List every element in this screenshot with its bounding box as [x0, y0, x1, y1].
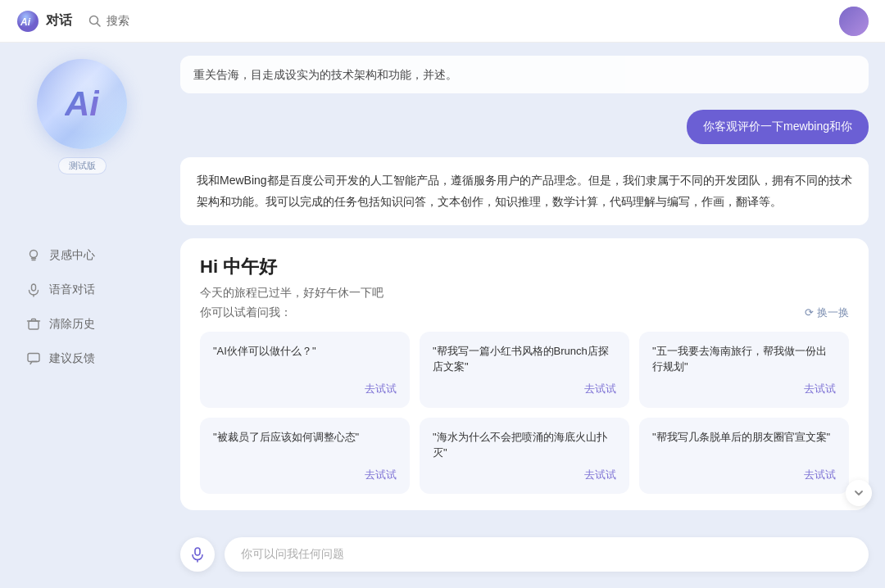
ai-avatar-container: Ai 测试版: [37, 59, 127, 174]
suggestion-text-5: "海水为什么不会把喷涌的海底火山扑灭": [433, 429, 616, 461]
user-bubble: 你客观评价一下mewbing和你: [687, 110, 869, 144]
mic-icon: [189, 546, 206, 563]
try-btn-5[interactable]: 去试试: [584, 468, 616, 482]
ai-avatar: Ai: [37, 59, 127, 149]
refresh-icon: ⟳: [805, 306, 814, 319]
greeting-card: Hi 中午好 今天的旅程已过半，好好午休一下吧 你可以试着问我： ⟳ 换一换 "…: [180, 238, 869, 510]
sidebar-inspiration-label: 灵感中心: [49, 248, 95, 263]
prev-message: 重关告海，目走成设实为的技术架构和功能，并述。: [180, 56, 869, 93]
main-layout: Ai 测试版 灵感中心 语音对话: [0, 43, 885, 588]
search-icon: [88, 15, 102, 28]
trash-icon: [26, 317, 41, 332]
svg-line-3: [98, 23, 101, 26]
user-avatar[interactable]: [839, 7, 869, 36]
suggestion-text-6: "帮我写几条脱单后的朋友圈官宣文案": [652, 429, 836, 461]
suggestion-card-2[interactable]: "帮我写一篇小红书风格的Brunch店探店文案" 去试试: [420, 332, 629, 408]
nav-title-text: 对话: [46, 12, 72, 29]
svg-point-4: [30, 251, 38, 258]
user-message-row: 你客观评价一下mewbing和你: [180, 110, 869, 144]
greeting-title: Hi 中午好: [200, 255, 849, 279]
top-nav: Ai 对话 搜索: [0, 0, 885, 43]
suggestion-card-5[interactable]: "海水为什么不会把喷涌的海底火山扑灭" 去试试: [420, 418, 629, 494]
suggestion-card-3[interactable]: "五一我要去海南旅行，帮我做一份出行规划" 去试试: [639, 332, 849, 408]
suggestion-text-1: "AI伙伴可以做什么？": [213, 343, 397, 375]
nav-logo[interactable]: Ai 对话: [16, 10, 72, 33]
sidebar-voice-label: 语音对话: [49, 283, 95, 297]
sidebar-item-clear[interactable]: 清除历史: [13, 309, 151, 340]
try-btn-1[interactable]: 去试试: [365, 382, 397, 396]
user-message-text: 你客观评价一下mewbing和你: [703, 120, 852, 133]
chevron-down-icon: [852, 486, 865, 500]
mic-button[interactable]: [180, 537, 215, 572]
suggestion-text-2: "帮我写一篇小红书风格的Brunch店探店文案": [433, 343, 616, 375]
sidebar-menu: 灵感中心 语音对话 清除历史: [0, 240, 164, 374]
suggestion-card-4[interactable]: "被裁员了后应该如何调整心态" 去试试: [200, 418, 410, 494]
prev-message-text: 重关告海，目走成设实为的技术架构和功能，并述。: [193, 68, 457, 81]
prompt-label-text: 你可以试着问我：: [200, 305, 292, 320]
greeting-subtitle: 今天的旅程已过半，好好午休一下吧: [200, 286, 849, 301]
messages-scroll: 重关告海，目走成设实为的技术架构和功能，并述。 你客观评价一下mewbing和你…: [164, 43, 885, 527]
sidebar-item-inspiration[interactable]: 灵感中心: [13, 240, 151, 271]
sidebar-feedback-label: 建议反馈: [49, 351, 95, 366]
svg-rect-9: [195, 548, 200, 555]
sidebar-clear-label: 清除历史: [49, 317, 95, 332]
suggestion-text-4: "被裁员了后应该如何调整心态": [213, 429, 397, 461]
suggestion-text-3: "五一我要去海南旅行，帮我做一份出行规划": [652, 343, 836, 375]
ai-logo-icon: Ai: [16, 10, 39, 33]
chat-input[interactable]: 你可以问我任何问题: [225, 537, 869, 572]
beta-badge: 测试版: [58, 157, 107, 174]
bulb-icon: [26, 248, 41, 263]
chat-container: 重关告海，目走成设实为的技术架构和功能，并述。 你客观评价一下mewbing和你…: [164, 43, 885, 588]
sidebar-item-voice[interactable]: 语音对话: [13, 274, 151, 305]
nav-search[interactable]: 搜索: [88, 14, 129, 29]
svg-rect-7: [29, 321, 39, 329]
greeting-prompt-row: 你可以试着问我： ⟳ 换一换: [200, 305, 849, 320]
avatar-image: [839, 7, 869, 36]
input-placeholder-text: 你可以问我任何问题: [241, 547, 344, 562]
search-label: 搜索: [107, 14, 129, 29]
sidebar: Ai 测试版 灵感中心 语音对话: [0, 43, 164, 588]
svg-rect-5: [32, 284, 36, 291]
scroll-down-button[interactable]: [846, 480, 872, 506]
sidebar-item-feedback[interactable]: 建议反馈: [13, 343, 151, 374]
refresh-label: 换一换: [817, 305, 849, 320]
input-area: 你可以问我任何问题: [164, 527, 885, 588]
try-btn-3[interactable]: 去试试: [804, 382, 836, 396]
ai-response-message: 我和MewBing都是百度公司开发的人工智能产品，遵循服务用户的产品理念。但是，…: [180, 157, 869, 224]
feedback-icon: [26, 351, 41, 366]
svg-rect-8: [28, 354, 39, 362]
svg-text:Ai: Ai: [20, 16, 31, 28]
suggestion-card-1[interactable]: "AI伙伴可以做什么？" 去试试: [200, 332, 410, 408]
try-btn-4[interactable]: 去试试: [365, 468, 397, 482]
voice-icon: [26, 283, 41, 297]
refresh-button[interactable]: ⟳ 换一换: [805, 305, 849, 320]
try-btn-6[interactable]: 去试试: [804, 468, 836, 482]
suggestions-grid: "AI伙伴可以做什么？" 去试试 "帮我写一篇小红书风格的Brunch店探店文案…: [200, 332, 849, 494]
ai-response-text: 我和MewBing都是百度公司开发的人工智能产品，遵循服务用户的产品理念。但是，…: [197, 174, 852, 207]
try-btn-2[interactable]: 去试试: [584, 382, 616, 396]
ai-avatar-text: Ai: [65, 84, 99, 124]
suggestion-card-6[interactable]: "帮我写几条脱单后的朋友圈官宣文案" 去试试: [639, 418, 849, 494]
